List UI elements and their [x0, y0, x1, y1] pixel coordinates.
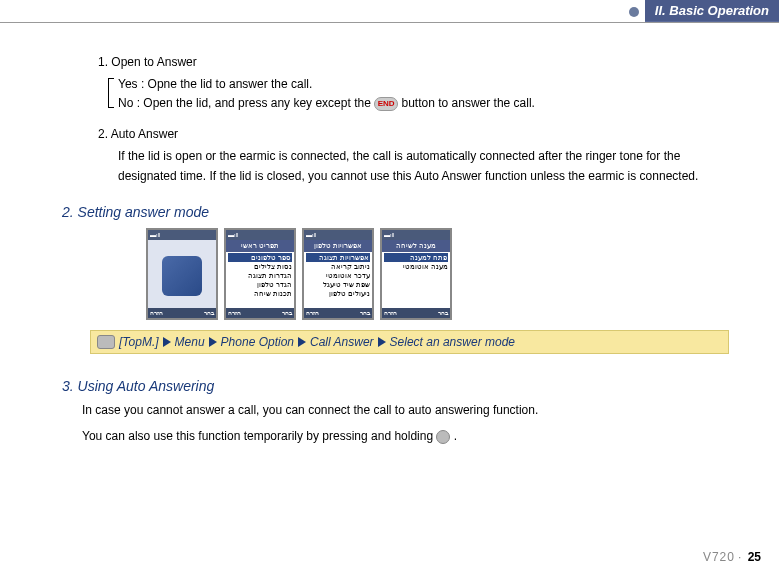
- softkey-right: חזרה: [384, 308, 397, 318]
- list-item: פתח למענה: [384, 253, 448, 262]
- list-item: נסות צלילים: [228, 262, 292, 271]
- page-footer: V720· 25: [703, 550, 761, 564]
- hold-button-icon: [436, 430, 450, 444]
- phone-screenshots-row: ▬ıll בחרחזרה ▬ıll תפריט ראשי ספר טלפונים…: [146, 228, 769, 320]
- list-item: ניעולים טלפון: [306, 289, 370, 298]
- list-item: עדכר אוטומטי: [306, 271, 370, 280]
- phone-screen-4: ▬ıll מענה לשיחה פתח למענה מענה אוטומטי ב…: [380, 228, 452, 320]
- list-item: תכנות שיחה: [228, 289, 292, 298]
- section-3-line2: You can also use this function temporari…: [82, 426, 769, 446]
- chapter-title: II. Basic Operation: [645, 0, 779, 23]
- chevron-right-icon: [298, 337, 306, 347]
- nav-select: Select an answer mode: [390, 335, 515, 349]
- softkey-left: בחר: [282, 308, 292, 318]
- chevron-right-icon: [163, 337, 171, 347]
- item-1-no: No : Open the lid, and press any key exc…: [118, 94, 769, 113]
- phone-screen-2: ▬ıll תפריט ראשי ספר טלפונים נסות צלילים …: [224, 228, 296, 320]
- list-item: ניתוב קריאה: [306, 262, 370, 271]
- item-2-line2: designated time. If the lid is closed, y…: [118, 167, 769, 186]
- bracket-icon: [108, 78, 114, 108]
- softkey-left: בחר: [360, 308, 370, 318]
- chapter-header: II. Basic Operation: [629, 0, 779, 23]
- section-3-line1: In case you cannot answer a call, you ca…: [82, 400, 769, 420]
- nav-menu: Menu: [175, 335, 205, 349]
- softkey-right: חזרה: [150, 308, 163, 318]
- phone-screen-3: ▬ıll אפשרויות טלפון אפשרויות תצוגה ניתוב…: [302, 228, 374, 320]
- signal-icon: ▬ıll: [228, 232, 238, 238]
- header-dot-icon: [629, 7, 639, 17]
- nav-phone-option: Phone Option: [221, 335, 294, 349]
- list-item: מענה אוטומטי: [384, 262, 448, 271]
- signal-icon: ▬ıll: [306, 232, 316, 238]
- list-item: הגדרות תצוגה: [228, 271, 292, 280]
- softkey-left: בחר: [204, 308, 214, 318]
- section-3-line2a: You can also use this function temporari…: [82, 429, 436, 443]
- item-1-yes: Yes : Opne the lid to answer the call.: [118, 75, 769, 94]
- section-3-line2b: .: [454, 429, 457, 443]
- list-item: ספר טלפונים: [228, 253, 292, 262]
- phone-screen-1: ▬ıll בחרחזרה: [146, 228, 218, 320]
- nav-call-answer: Call Answer: [310, 335, 374, 349]
- phone-3-list: אפשרויות תצוגה ניתוב קריאה עדכר אוטומטי …: [304, 252, 372, 299]
- chevron-right-icon: [209, 337, 217, 347]
- page-number: 25: [748, 550, 761, 564]
- phone-menu-icon: [162, 256, 202, 296]
- list-item: הגדר טלפון: [228, 280, 292, 289]
- model-label: V720: [703, 550, 735, 564]
- item-2-title: 2. Auto Answer: [98, 127, 769, 141]
- nav-start-icon: [97, 335, 115, 349]
- section-2-title: 2. Setting answer mode: [62, 204, 769, 220]
- navigation-path: [TopM.] Menu Phone Option Call Answer Se…: [90, 330, 729, 354]
- phone-2-header: תפריט ראשי: [226, 240, 294, 252]
- item-1-no-b: button to answer the call.: [402, 96, 535, 110]
- header-divider: [0, 22, 779, 23]
- item-1-no-a: No : Open the lid, and press any key exc…: [118, 96, 374, 110]
- softkey-right: חזרה: [228, 308, 241, 318]
- phone-4-header: מענה לשיחה: [382, 240, 450, 252]
- phone-4-list: פתח למענה מענה אוטומטי: [382, 252, 450, 272]
- nav-top: [TopM.]: [119, 335, 159, 349]
- signal-icon: ▬ıll: [150, 232, 160, 238]
- softkey-left: בחר: [438, 308, 448, 318]
- list-item: אפשרויות תצוגה: [306, 253, 370, 262]
- end-button-icon: END: [374, 97, 398, 111]
- chevron-right-icon: [378, 337, 386, 347]
- softkey-right: חזרה: [306, 308, 319, 318]
- item-2-line1: If the lid is open or the earmic is conn…: [118, 147, 769, 166]
- signal-icon: ▬ıll: [384, 232, 394, 238]
- list-item: שפת שיד טיעגל: [306, 280, 370, 289]
- item-1-title: 1. Open to Answer: [98, 55, 769, 69]
- phone-2-list: ספר טלפונים נסות צלילים הגדרות תצוגה הגד…: [226, 252, 294, 299]
- phone-3-header: אפשרויות טלפון: [304, 240, 372, 252]
- section-3-title: 3. Using Auto Answering: [62, 378, 769, 394]
